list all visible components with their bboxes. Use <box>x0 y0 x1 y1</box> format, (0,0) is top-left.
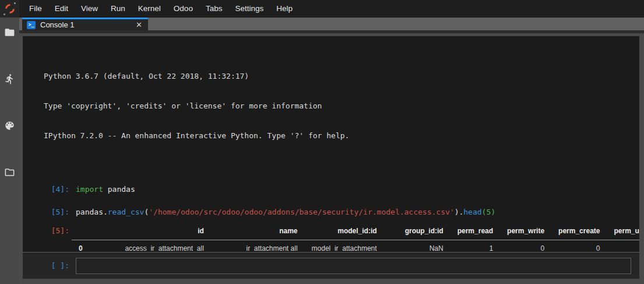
tab-label: Console 1 <box>40 20 75 29</box>
console-panel: Python 3.6.7 (default, Oct 22 2018, 11:3… <box>23 36 639 279</box>
code-cell: [4]: import pandas <box>23 184 639 194</box>
tab-bar: >_ Console 1 ✕ <box>19 17 644 33</box>
df-header-cell: perm_write <box>500 223 551 240</box>
df-cell: 0 <box>551 240 607 253</box>
console-scroll-area[interactable]: Python 3.6.7 (default, Oct 22 2018, 11:3… <box>23 36 639 252</box>
code-line: import pandas <box>69 184 135 194</box>
df-header-cell: perm_create <box>551 223 607 240</box>
file-browser-icon[interactable] <box>4 27 15 38</box>
console-terminal-icon: >_ <box>27 21 36 29</box>
code-token-function: head <box>463 208 481 216</box>
df-row: 0access_ir_attachment_allir_attachment a… <box>72 240 639 253</box>
code-token-number: (5) <box>482 208 495 216</box>
df-header-cell <box>72 223 90 240</box>
output-prompt: [5]: <box>23 226 69 252</box>
code-token-plain: ). <box>455 208 464 216</box>
code-token-function: read_csv <box>108 208 145 216</box>
df-cell: 1 <box>451 240 500 253</box>
odoo-sh-logo-icon <box>3 2 16 15</box>
console-input-row: [ ]: <box>23 252 639 279</box>
df-index-cell: 0 <box>72 240 90 253</box>
menu-item-help[interactable]: Help <box>270 0 299 17</box>
df-header-cell: perm_unlink <box>607 223 639 240</box>
code-token-plain: pandas <box>103 185 135 194</box>
running-sessions-icon[interactable] <box>4 73 15 85</box>
banner-line: Python 3.6.7 (default, Oct 22 2018, 11:3… <box>44 71 639 81</box>
activity-sidebar <box>0 17 19 284</box>
df-cell: ir_attachment all <box>211 240 305 253</box>
menu-item-tabs[interactable]: Tabs <box>199 0 229 17</box>
banner-line: IPython 7.2.0 -- An enhanced Interactive… <box>44 131 639 141</box>
menu-item-run[interactable]: Run <box>104 0 132 17</box>
df-cell: NaN <box>384 240 451 253</box>
df-cell: 0 <box>607 240 639 253</box>
code-token-plain: pandas. <box>76 208 108 216</box>
app-logo <box>0 0 19 17</box>
df-header-cell: model_id:id <box>305 223 384 240</box>
main-dock-area: >_ Console 1 ✕ Python 3.6.7 (default, Oc… <box>19 17 644 284</box>
df-header-cell: name <box>211 223 305 240</box>
df-cell: access_ir_attachment_all <box>90 240 211 253</box>
menu-item-file[interactable]: File <box>23 0 48 17</box>
code-cell: [5]: pandas.read_csv('/home/odoo/src/odo… <box>23 207 639 217</box>
banner-line: Type 'copyright', 'credits' or 'license'… <box>44 101 639 111</box>
logo-dot <box>3 13 5 15</box>
df-header-cell: id <box>90 223 211 240</box>
menu-item-kernel[interactable]: Kernel <box>132 0 167 17</box>
code-token-string: '/home/odoo/src/odoo/odoo/addons/base/se… <box>149 208 454 216</box>
menu-item-view[interactable]: View <box>75 0 104 17</box>
tab-close-icon[interactable]: ✕ <box>136 21 142 29</box>
dataframe-output: idnamemodel_id:idgroup_id:idperm_readper… <box>69 223 639 252</box>
input-prompt: [4]: <box>23 184 69 194</box>
menu-item-settings[interactable]: Settings <box>228 0 270 17</box>
top-menu-bar: FileEditViewRunKernelOdooTabsSettingsHel… <box>0 0 644 17</box>
command-palette-icon[interactable] <box>4 120 15 131</box>
empty-input-prompt: [ ]: <box>23 261 69 270</box>
df-cell: 0 <box>500 240 551 253</box>
tab-console-1[interactable]: >_ Console 1 ✕ <box>22 17 148 30</box>
dataframe-table: idnamemodel_id:idgroup_id:idperm_readper… <box>72 223 639 252</box>
python-banner: Python 3.6.7 (default, Oct 22 2018, 11:3… <box>44 51 639 160</box>
df-cell: model_ir_attachment <box>305 240 384 253</box>
output-cell: [5]: idnamemodel_id:idgroup_id:idperm_re… <box>23 226 639 252</box>
menu-item-odoo[interactable]: Odoo <box>167 0 199 17</box>
df-header-cell: perm_read <box>451 223 500 240</box>
logo-dot <box>14 2 16 4</box>
menu-item-edit[interactable]: Edit <box>48 0 75 17</box>
code-token-keyword: import <box>76 185 103 194</box>
df-header-cell: group_id:id <box>384 223 451 240</box>
input-prompt: [5]: <box>23 207 69 217</box>
menubar: FileEditViewRunKernelOdooTabsSettingsHel… <box>23 0 299 17</box>
open-tabs-icon[interactable] <box>4 167 15 178</box>
console-input[interactable] <box>76 258 631 274</box>
code-line: pandas.read_csv('/home/odoo/src/odoo/odo… <box>69 207 495 217</box>
